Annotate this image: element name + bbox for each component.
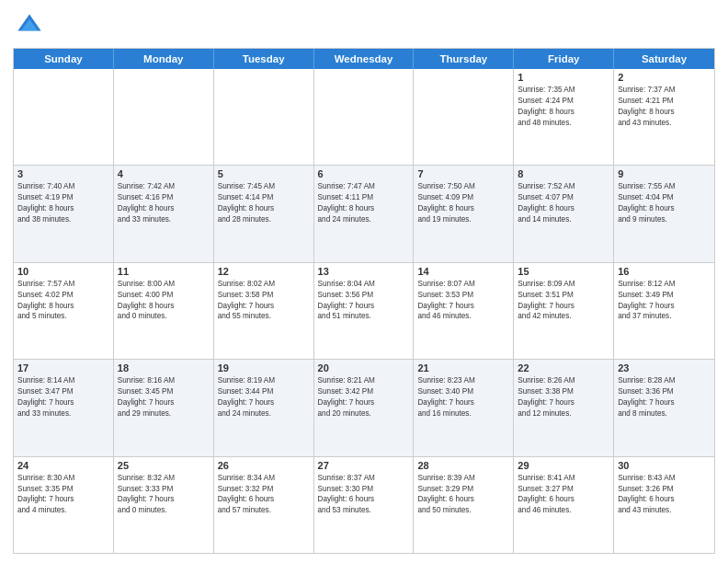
calendar-cell: 23Sunrise: 8:28 AM Sunset: 3:36 PM Dayli… [614,360,714,455]
day-number: 15 [518,266,609,277]
day-number: 3 [17,168,109,179]
calendar-cell: 17Sunrise: 8:14 AM Sunset: 3:47 PM Dayli… [14,360,114,455]
calendar-cell [114,69,214,165]
calendar-cell [414,69,514,165]
calendar-cell: 4Sunrise: 7:42 AM Sunset: 4:16 PM Daylig… [114,166,214,261]
calendar-cell [214,69,314,165]
day-number: 13 [318,266,410,277]
calendar-cell: 25Sunrise: 8:32 AM Sunset: 3:33 PM Dayli… [114,457,214,553]
day-number: 21 [417,362,509,373]
day-number: 12 [218,266,310,277]
day-number: 9 [618,168,711,179]
day-info: Sunrise: 8:34 AM Sunset: 3:32 PM Dayligh… [218,473,310,517]
calendar-cell: 22Sunrise: 8:26 AM Sunset: 3:38 PM Dayli… [514,360,614,455]
calendar-cell: 14Sunrise: 8:07 AM Sunset: 3:53 PM Dayli… [414,263,514,359]
calendar-cell: 8Sunrise: 7:52 AM Sunset: 4:07 PM Daylig… [514,166,614,261]
day-info: Sunrise: 7:47 AM Sunset: 4:11 PM Dayligh… [318,181,410,225]
day-number: 7 [417,168,509,179]
day-info: Sunrise: 8:21 AM Sunset: 3:42 PM Dayligh… [318,375,410,419]
day-info: Sunrise: 7:40 AM Sunset: 4:19 PM Dayligh… [17,181,109,225]
calendar-cell: 29Sunrise: 8:41 AM Sunset: 3:27 PM Dayli… [514,457,614,553]
day-info: Sunrise: 7:45 AM Sunset: 4:14 PM Dayligh… [218,181,310,225]
day-info: Sunrise: 7:57 AM Sunset: 4:02 PM Dayligh… [17,279,109,323]
calendar-row: 24Sunrise: 8:30 AM Sunset: 3:35 PM Dayli… [14,456,714,553]
day-number: 30 [618,460,711,471]
day-info: Sunrise: 8:28 AM Sunset: 3:36 PM Dayligh… [618,375,711,419]
calendar-cell: 16Sunrise: 8:12 AM Sunset: 3:49 PM Dayli… [614,263,714,359]
calendar-cell: 21Sunrise: 8:23 AM Sunset: 3:40 PM Dayli… [414,360,514,455]
day-number: 19 [218,362,310,373]
calendar-body: 1Sunrise: 7:35 AM Sunset: 4:24 PM Daylig… [14,69,714,553]
day-number: 17 [17,362,109,373]
day-info: Sunrise: 8:39 AM Sunset: 3:29 PM Dayligh… [417,473,509,517]
calendar-header-cell: Wednesday [314,49,415,69]
calendar-cell [14,69,114,165]
day-info: Sunrise: 8:26 AM Sunset: 3:38 PM Dayligh… [518,375,609,419]
day-number: 11 [118,266,210,277]
day-info: Sunrise: 7:55 AM Sunset: 4:04 PM Dayligh… [618,181,711,225]
calendar-row: 3Sunrise: 7:40 AM Sunset: 4:19 PM Daylig… [14,165,714,261]
day-info: Sunrise: 7:35 AM Sunset: 4:24 PM Dayligh… [518,85,609,129]
calendar-cell: 27Sunrise: 8:37 AM Sunset: 3:30 PM Dayli… [314,457,415,553]
calendar-cell: 13Sunrise: 8:04 AM Sunset: 3:56 PM Dayli… [314,263,415,359]
day-info: Sunrise: 7:42 AM Sunset: 4:16 PM Dayligh… [118,181,210,225]
day-info: Sunrise: 8:19 AM Sunset: 3:44 PM Dayligh… [218,375,310,419]
day-number: 24 [17,460,109,471]
day-number: 28 [417,460,509,471]
day-number: 8 [518,168,609,179]
calendar-cell: 19Sunrise: 8:19 AM Sunset: 3:44 PM Dayli… [214,360,314,455]
calendar-cell: 24Sunrise: 8:30 AM Sunset: 3:35 PM Dayli… [14,457,114,553]
logo-icon [13,9,46,42]
calendar-row: 17Sunrise: 8:14 AM Sunset: 3:47 PM Dayli… [14,359,714,455]
day-number: 23 [618,362,711,373]
day-info: Sunrise: 8:43 AM Sunset: 3:26 PM Dayligh… [618,473,711,517]
logo [13,9,50,42]
day-number: 16 [618,266,711,277]
day-info: Sunrise: 8:07 AM Sunset: 3:53 PM Dayligh… [417,279,509,323]
calendar-cell: 7Sunrise: 7:50 AM Sunset: 4:09 PM Daylig… [414,166,514,261]
calendar-cell: 20Sunrise: 8:21 AM Sunset: 3:42 PM Dayli… [314,360,415,455]
calendar-cell: 28Sunrise: 8:39 AM Sunset: 3:29 PM Dayli… [414,457,514,553]
day-info: Sunrise: 8:32 AM Sunset: 3:33 PM Dayligh… [118,473,210,517]
calendar-row: 1Sunrise: 7:35 AM Sunset: 4:24 PM Daylig… [14,69,714,165]
calendar-cell: 26Sunrise: 8:34 AM Sunset: 3:32 PM Dayli… [214,457,314,553]
day-info: Sunrise: 8:04 AM Sunset: 3:56 PM Dayligh… [318,279,410,323]
calendar-header-cell: Sunday [14,49,114,69]
calendar-cell: 12Sunrise: 8:02 AM Sunset: 3:58 PM Dayli… [214,263,314,359]
day-number: 27 [318,460,410,471]
calendar: SundayMondayTuesdayWednesdayThursdayFrid… [13,48,715,554]
day-number: 25 [118,460,210,471]
day-number: 2 [618,72,711,83]
page: SundayMondayTuesdayWednesdayThursdayFrid… [0,0,728,563]
day-info: Sunrise: 8:12 AM Sunset: 3:49 PM Dayligh… [618,279,711,323]
day-number: 4 [118,168,210,179]
calendar-header-cell: Saturday [614,49,714,69]
header [13,9,715,42]
day-number: 1 [518,72,609,83]
day-info: Sunrise: 8:30 AM Sunset: 3:35 PM Dayligh… [17,473,109,517]
calendar-header-cell: Friday [514,49,614,69]
day-number: 18 [118,362,210,373]
day-number: 29 [518,460,609,471]
day-info: Sunrise: 8:16 AM Sunset: 3:45 PM Dayligh… [118,375,210,419]
calendar-cell: 15Sunrise: 8:09 AM Sunset: 3:51 PM Dayli… [514,263,614,359]
calendar-cell: 10Sunrise: 7:57 AM Sunset: 4:02 PM Dayli… [14,263,114,359]
calendar-cell: 1Sunrise: 7:35 AM Sunset: 4:24 PM Daylig… [514,69,614,165]
day-info: Sunrise: 8:37 AM Sunset: 3:30 PM Dayligh… [318,473,410,517]
calendar-header-cell: Thursday [414,49,514,69]
day-info: Sunrise: 8:41 AM Sunset: 3:27 PM Dayligh… [518,473,609,517]
calendar-cell: 18Sunrise: 8:16 AM Sunset: 3:45 PM Dayli… [114,360,214,455]
day-info: Sunrise: 8:00 AM Sunset: 4:00 PM Dayligh… [118,279,210,323]
day-number: 14 [417,266,509,277]
calendar-cell [314,69,415,165]
calendar-cell: 2Sunrise: 7:37 AM Sunset: 4:21 PM Daylig… [614,69,714,165]
day-info: Sunrise: 7:52 AM Sunset: 4:07 PM Dayligh… [518,181,609,225]
calendar-header-cell: Tuesday [214,49,314,69]
calendar-cell: 5Sunrise: 7:45 AM Sunset: 4:14 PM Daylig… [214,166,314,261]
day-number: 6 [318,168,410,179]
calendar-header: SundayMondayTuesdayWednesdayThursdayFrid… [14,49,714,69]
day-number: 5 [218,168,310,179]
day-info: Sunrise: 8:09 AM Sunset: 3:51 PM Dayligh… [518,279,609,323]
day-info: Sunrise: 8:23 AM Sunset: 3:40 PM Dayligh… [417,375,509,419]
calendar-cell: 30Sunrise: 8:43 AM Sunset: 3:26 PM Dayli… [614,457,714,553]
